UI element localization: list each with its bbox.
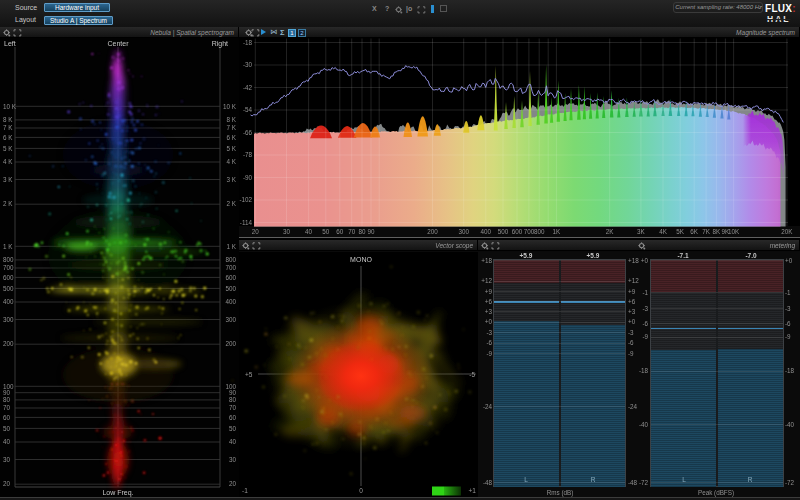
svg-text:-1: -1: [242, 487, 248, 494]
svg-text:MONO: MONO: [350, 256, 372, 263]
svg-text:+1: +1: [469, 487, 477, 494]
svg-text:0: 0: [359, 487, 363, 494]
svg-text:+5: +5: [245, 371, 253, 378]
svg-text:-5: -5: [469, 371, 475, 378]
